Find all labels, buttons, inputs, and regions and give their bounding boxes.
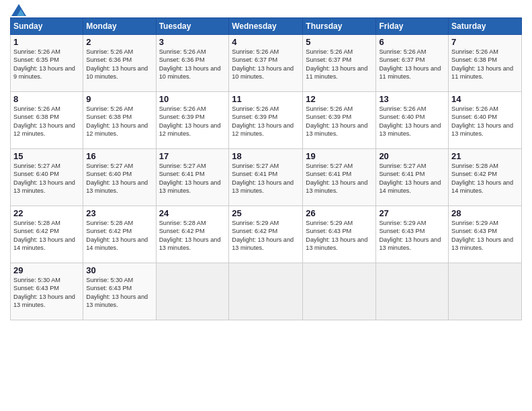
calendar-cell: 9 Sunrise: 5:26 AMSunset: 6:38 PMDayligh… <box>83 92 156 149</box>
day-number: 14 <box>451 94 519 104</box>
day-number: 21 <box>451 151 519 161</box>
calendar-cell: 6 Sunrise: 5:26 AMSunset: 6:37 PMDayligh… <box>376 35 449 92</box>
day-info: Sunrise: 5:26 AMSunset: 6:39 PMDaylight:… <box>232 105 294 137</box>
day-number: 26 <box>306 208 373 218</box>
calendar-cell: 7 Sunrise: 5:26 AMSunset: 6:38 PMDayligh… <box>449 35 522 92</box>
day-info: Sunrise: 5:28 AMSunset: 6:42 PMDaylight:… <box>159 220 221 251</box>
calendar-cell: 1 Sunrise: 5:26 AMSunset: 6:35 PMDayligh… <box>11 35 83 92</box>
calendar-cell: 25 Sunrise: 5:29 AMSunset: 6:42 PMDaylig… <box>229 206 303 263</box>
col-friday: Friday <box>376 18 449 35</box>
calendar-cell: 18 Sunrise: 5:27 AMSunset: 6:41 PMDaylig… <box>229 149 303 206</box>
day-info: Sunrise: 5:29 AMSunset: 6:43 PMDaylight:… <box>451 220 513 251</box>
day-info: Sunrise: 5:26 AMSunset: 6:39 PMDaylight:… <box>159 105 221 137</box>
day-number: 13 <box>379 94 445 104</box>
day-number: 15 <box>13 151 80 161</box>
calendar-header-row: Sunday Monday Tuesday Wednesday Thursday… <box>11 18 522 35</box>
day-info: Sunrise: 5:26 AMSunset: 6:37 PMDaylight:… <box>306 48 367 80</box>
day-number: 3 <box>159 37 226 47</box>
calendar-table: Sunday Monday Tuesday Wednesday Thursday… <box>10 17 522 320</box>
day-info: Sunrise: 5:27 AMSunset: 6:41 PMDaylight:… <box>379 163 441 194</box>
day-info: Sunrise: 5:27 AMSunset: 6:41 PMDaylight:… <box>306 163 367 194</box>
calendar-cell: 4 Sunrise: 5:26 AMSunset: 6:37 PMDayligh… <box>229 35 303 92</box>
calendar-cell: 16 Sunrise: 5:27 AMSunset: 6:40 PMDaylig… <box>83 149 156 206</box>
col-wednesday: Wednesday <box>229 18 303 35</box>
day-info: Sunrise: 5:26 AMSunset: 6:37 PMDaylight:… <box>379 48 441 80</box>
day-number: 2 <box>86 37 152 47</box>
calendar-cell <box>449 263 522 320</box>
day-info: Sunrise: 5:26 AMSunset: 6:38 PMDaylight:… <box>86 105 148 137</box>
day-info: Sunrise: 5:26 AMSunset: 6:36 PMDaylight:… <box>159 48 221 80</box>
day-info: Sunrise: 5:30 AMSunset: 6:43 PMDaylight:… <box>86 277 148 308</box>
day-info: Sunrise: 5:29 AMSunset: 6:43 PMDaylight:… <box>379 220 441 251</box>
calendar-cell: 5 Sunrise: 5:26 AMSunset: 6:37 PMDayligh… <box>303 35 376 92</box>
day-number: 20 <box>379 151 445 161</box>
day-info: Sunrise: 5:27 AMSunset: 6:40 PMDaylight:… <box>86 163 148 194</box>
col-thursday: Thursday <box>303 18 376 35</box>
calendar-cell <box>303 263 376 320</box>
calendar-cell: 26 Sunrise: 5:29 AMSunset: 6:43 PMDaylig… <box>303 206 376 263</box>
calendar-cell: 24 Sunrise: 5:28 AMSunset: 6:42 PMDaylig… <box>156 206 229 263</box>
day-number: 5 <box>306 37 373 47</box>
calendar-cell: 20 Sunrise: 5:27 AMSunset: 6:41 PMDaylig… <box>376 149 449 206</box>
day-info: Sunrise: 5:26 AMSunset: 6:35 PMDaylight:… <box>13 48 75 80</box>
day-info: Sunrise: 5:29 AMSunset: 6:42 PMDaylight:… <box>232 220 294 251</box>
logo-icon <box>11 4 26 16</box>
day-number: 4 <box>232 37 300 47</box>
day-info: Sunrise: 5:28 AMSunset: 6:42 PMDaylight:… <box>451 163 513 194</box>
calendar-cell: 2 Sunrise: 5:26 AMSunset: 6:36 PMDayligh… <box>83 35 156 92</box>
col-sunday: Sunday <box>11 18 83 35</box>
day-number: 16 <box>86 151 152 161</box>
day-info: Sunrise: 5:26 AMSunset: 6:39 PMDaylight:… <box>306 105 367 137</box>
day-info: Sunrise: 5:27 AMSunset: 6:41 PMDaylight:… <box>232 163 294 194</box>
calendar-cell <box>156 263 229 320</box>
calendar-cell: 21 Sunrise: 5:28 AMSunset: 6:42 PMDaylig… <box>449 149 522 206</box>
calendar-cell: 8 Sunrise: 5:26 AMSunset: 6:38 PMDayligh… <box>11 92 83 149</box>
calendar-cell: 23 Sunrise: 5:28 AMSunset: 6:42 PMDaylig… <box>83 206 156 263</box>
calendar-cell: 13 Sunrise: 5:26 AMSunset: 6:40 PMDaylig… <box>376 92 449 149</box>
calendar-cell: 11 Sunrise: 5:26 AMSunset: 6:39 PMDaylig… <box>229 92 303 149</box>
day-info: Sunrise: 5:28 AMSunset: 6:42 PMDaylight:… <box>86 220 148 251</box>
day-number: 30 <box>86 265 152 275</box>
page: Sunday Monday Tuesday Wednesday Thursday… <box>0 0 532 411</box>
day-info: Sunrise: 5:27 AMSunset: 6:41 PMDaylight:… <box>159 163 221 194</box>
calendar-cell <box>376 263 449 320</box>
day-number: 29 <box>13 265 80 275</box>
day-number: 7 <box>451 37 519 47</box>
calendar-cell: 30 Sunrise: 5:30 AMSunset: 6:43 PMDaylig… <box>83 263 156 320</box>
calendar-cell: 3 Sunrise: 5:26 AMSunset: 6:36 PMDayligh… <box>156 35 229 92</box>
day-info: Sunrise: 5:28 AMSunset: 6:42 PMDaylight:… <box>13 220 75 251</box>
day-number: 6 <box>379 37 445 47</box>
calendar-cell <box>229 263 303 320</box>
calendar-cell: 15 Sunrise: 5:27 AMSunset: 6:40 PMDaylig… <box>11 149 83 206</box>
calendar-cell: 10 Sunrise: 5:26 AMSunset: 6:39 PMDaylig… <box>156 92 229 149</box>
day-number: 1 <box>13 37 80 47</box>
day-number: 28 <box>451 208 519 218</box>
day-info: Sunrise: 5:26 AMSunset: 6:40 PMDaylight:… <box>379 105 441 137</box>
day-info: Sunrise: 5:26 AMSunset: 6:38 PMDaylight:… <box>13 105 75 137</box>
day-info: Sunrise: 5:26 AMSunset: 6:40 PMDaylight:… <box>451 105 513 137</box>
day-number: 19 <box>306 151 373 161</box>
calendar-cell: 28 Sunrise: 5:29 AMSunset: 6:43 PMDaylig… <box>449 206 522 263</box>
day-number: 11 <box>232 94 300 104</box>
calendar-cell: 19 Sunrise: 5:27 AMSunset: 6:41 PMDaylig… <box>303 149 376 206</box>
day-info: Sunrise: 5:27 AMSunset: 6:40 PMDaylight:… <box>13 163 75 194</box>
calendar-cell: 29 Sunrise: 5:30 AMSunset: 6:43 PMDaylig… <box>11 263 83 320</box>
day-number: 27 <box>379 208 445 218</box>
calendar-cell: 27 Sunrise: 5:29 AMSunset: 6:43 PMDaylig… <box>376 206 449 263</box>
day-number: 24 <box>159 208 226 218</box>
day-info: Sunrise: 5:29 AMSunset: 6:43 PMDaylight:… <box>306 220 367 251</box>
col-monday: Monday <box>83 18 156 35</box>
day-number: 17 <box>159 151 226 161</box>
calendar-cell: 14 Sunrise: 5:26 AMSunset: 6:40 PMDaylig… <box>449 92 522 149</box>
day-info: Sunrise: 5:26 AMSunset: 6:37 PMDaylight:… <box>232 48 294 80</box>
col-saturday: Saturday <box>449 18 522 35</box>
logo <box>10 7 26 12</box>
day-number: 10 <box>159 94 226 104</box>
day-number: 25 <box>232 208 300 218</box>
header <box>10 7 522 12</box>
calendar-cell: 17 Sunrise: 5:27 AMSunset: 6:41 PMDaylig… <box>156 149 229 206</box>
day-number: 23 <box>86 208 152 218</box>
day-info: Sunrise: 5:26 AMSunset: 6:36 PMDaylight:… <box>86 48 148 80</box>
day-number: 9 <box>86 94 152 104</box>
calendar-cell: 22 Sunrise: 5:28 AMSunset: 6:42 PMDaylig… <box>11 206 83 263</box>
